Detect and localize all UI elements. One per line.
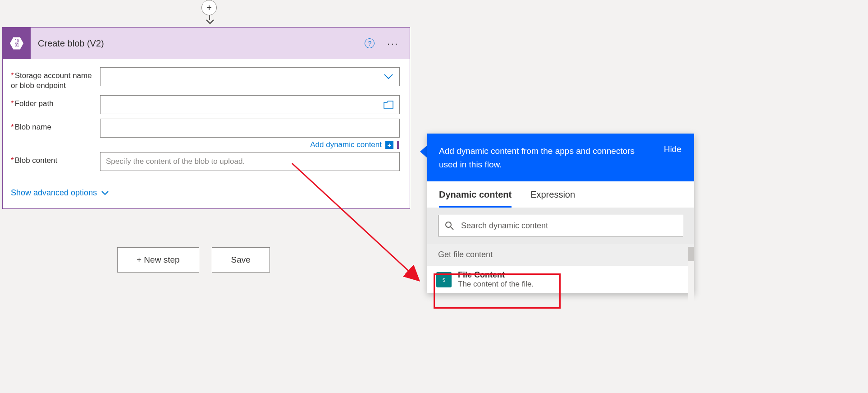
show-advanced-options-link[interactable]: Show advanced options <box>11 188 109 198</box>
chevron-down-icon <box>101 191 109 195</box>
footer-buttons: + New step Save <box>117 247 270 273</box>
add-dynamic-row: Add dynamic content + <box>11 142 400 151</box>
new-step-button[interactable]: + New step <box>117 247 199 273</box>
field-storage-account: *Storage account name or blob endpoint <box>11 67 400 91</box>
sharepoint-icon: s <box>436 272 452 287</box>
save-button[interactable]: Save <box>212 247 270 273</box>
advanced-options-label: Show advanced options <box>11 188 97 198</box>
dc-item-desc: The content of the file. <box>458 280 534 289</box>
card-header[interactable]: 1001 Create blob (V2) ? ··· <box>3 28 410 59</box>
plus-icon: + <box>385 141 393 149</box>
svg-line-1 <box>451 227 453 230</box>
flyout-hide-link[interactable]: Hide <box>664 144 681 154</box>
add-dynamic-content-link[interactable]: Add dynamic content + <box>100 140 400 149</box>
flyout-header-text: Add dynamic content from the apps and co… <box>439 144 646 171</box>
blob-storage-icon: 1001 <box>3 28 31 59</box>
content-group-header: Get file content <box>427 244 694 266</box>
field-folder-path: *Folder path <box>11 95 400 114</box>
card-body: *Storage account name or blob endpoint *… <box>3 59 410 208</box>
flyout-header: Add dynamic content from the apps and co… <box>427 134 694 181</box>
search-box <box>438 215 683 236</box>
field-label: Blob name <box>15 123 51 131</box>
more-menu-icon[interactable]: ··· <box>387 38 399 49</box>
dynamic-content-item-file-content[interactable]: s File Content The content of the file. <box>427 266 694 293</box>
field-label: Storage account name or blob endpoint <box>11 71 92 90</box>
dynamic-accent <box>397 141 399 149</box>
card-title: Create blob (V2) <box>38 38 365 49</box>
insert-step-button[interactable]: + <box>201 0 217 15</box>
folder-picker-icon[interactable] <box>384 95 393 114</box>
dynamic-content-flyout: Add dynamic content from the apps and co… <box>427 134 694 293</box>
flyout-tabs: Dynamic content Expression <box>427 181 694 208</box>
arrow-down-icon <box>205 17 215 27</box>
field-label: Folder path <box>15 99 54 108</box>
storage-account-input[interactable] <box>100 67 400 86</box>
blob-name-input[interactable] <box>100 119 400 138</box>
field-blob-name: *Blob name <box>11 119 400 138</box>
help-icon[interactable]: ? <box>365 38 375 48</box>
folder-path-input[interactable] <box>100 95 400 114</box>
tab-dynamic-content[interactable]: Dynamic content <box>439 190 512 208</box>
field-blob-content: *Blob content <box>11 152 400 171</box>
tab-expression[interactable]: Expression <box>530 190 575 208</box>
action-card-create-blob: 1001 Create blob (V2) ? ··· *Storage acc… <box>2 27 410 209</box>
flyout-scrollbar[interactable] <box>688 247 694 309</box>
svg-point-0 <box>446 222 451 227</box>
flyout-search-row <box>427 208 694 244</box>
search-input[interactable] <box>460 221 676 231</box>
blob-content-input[interactable] <box>100 152 400 171</box>
field-label: Blob content <box>15 156 58 165</box>
search-icon <box>445 221 454 230</box>
flyout-caret-icon <box>420 145 427 158</box>
add-dynamic-content-label: Add dynamic content <box>310 140 382 149</box>
flow-connector: + <box>202 0 217 27</box>
dc-item-name: File Content <box>458 270 534 280</box>
